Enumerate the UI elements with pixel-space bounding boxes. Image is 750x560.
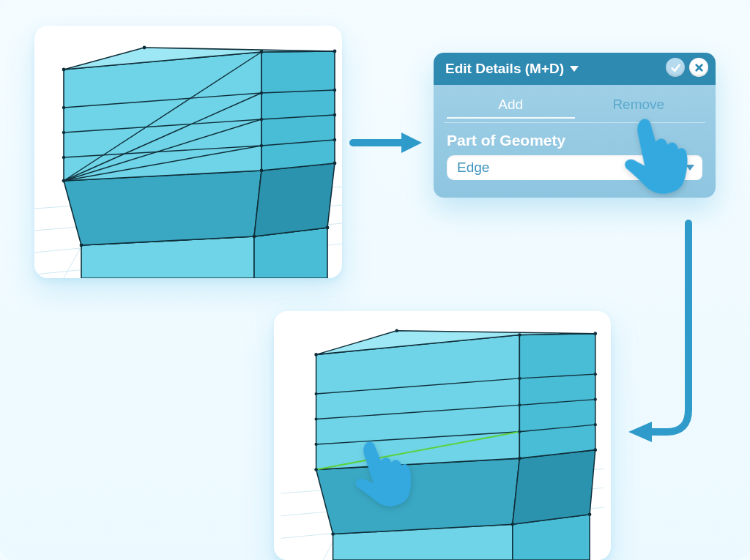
svg-point-29	[333, 50, 337, 53]
arrow-to-result	[623, 220, 725, 454]
svg-point-85	[593, 448, 597, 452]
geometry-part-dropdown[interactable]: Edge	[447, 155, 702, 180]
collapse-icon	[570, 66, 579, 72]
svg-point-43	[253, 235, 256, 239]
svg-point-26	[62, 68, 66, 72]
tab-add-label: Add	[498, 97, 523, 112]
svg-point-76	[594, 373, 597, 376]
chevron-down-icon	[686, 165, 694, 171]
dropdown-toggle[interactable]	[677, 155, 702, 180]
svg-point-37	[260, 144, 263, 147]
viewport-before	[34, 26, 342, 278]
svg-point-88	[588, 512, 592, 516]
svg-point-30	[62, 106, 65, 109]
dropdown-value: Edge	[447, 155, 672, 180]
svg-marker-59	[316, 458, 520, 534]
svg-point-79	[594, 398, 597, 401]
tab-add[interactable]: Add	[447, 92, 575, 119]
panel-title: Edit Details (M+D)	[445, 61, 564, 77]
arrow-to-panel	[350, 128, 423, 157]
svg-point-35	[333, 113, 336, 116]
svg-marker-14	[261, 51, 335, 171]
viewport-after	[274, 311, 611, 560]
svg-point-83	[314, 468, 318, 471]
svg-marker-11	[64, 171, 261, 245]
tab-remove[interactable]: Remove	[575, 92, 703, 119]
panel-header[interactable]: Edit Details (M+D)	[434, 53, 716, 85]
svg-point-71	[395, 329, 398, 333]
close-button[interactable]	[689, 58, 708, 77]
svg-marker-61	[316, 335, 520, 470]
svg-point-32	[333, 89, 336, 92]
confirm-button[interactable]	[666, 58, 685, 77]
svg-point-73	[593, 332, 597, 335]
svg-point-42	[80, 244, 83, 247]
svg-point-40	[260, 169, 264, 173]
svg-point-34	[260, 118, 263, 121]
svg-point-77	[314, 417, 317, 420]
svg-point-31	[260, 92, 263, 94]
svg-marker-60	[513, 450, 595, 525]
svg-point-27	[143, 46, 146, 50]
edit-details-panel: Edit Details (M+D) Add Remove	[434, 53, 716, 198]
svg-marker-49	[628, 422, 652, 442]
svg-point-86	[331, 532, 335, 536]
svg-point-41	[333, 162, 337, 165]
tabs: Add Remove	[447, 92, 702, 119]
svg-point-36	[62, 156, 65, 159]
tab-remove-label: Remove	[612, 97, 664, 112]
svg-point-39	[62, 179, 66, 183]
svg-point-33	[62, 131, 65, 134]
tutorial-stage: Edit Details (M+D) Add Remove	[0, 0, 750, 560]
section-label: Part of Geomety	[447, 132, 702, 149]
svg-point-82	[594, 423, 597, 426]
svg-point-70	[314, 353, 318, 356]
svg-marker-62	[519, 334, 595, 458]
svg-point-81	[518, 430, 521, 433]
svg-marker-46	[401, 132, 422, 153]
svg-point-87	[510, 523, 514, 526]
svg-point-38	[333, 138, 336, 141]
svg-point-44	[326, 226, 330, 230]
svg-point-80	[314, 443, 317, 446]
svg-point-78	[518, 403, 521, 406]
svg-point-74	[314, 392, 317, 395]
svg-point-28	[260, 51, 264, 54]
svg-point-72	[518, 333, 521, 337]
svg-point-84	[518, 457, 521, 460]
svg-point-75	[518, 377, 521, 380]
svg-marker-12	[254, 163, 335, 236]
